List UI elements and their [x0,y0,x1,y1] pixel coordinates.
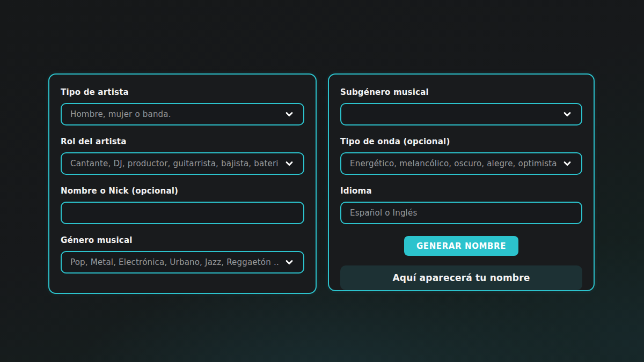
music-genre-label: Género musical [61,235,304,245]
artist-role-select[interactable]: Cantante, DJ, productor, guitarrista, ba… [61,152,304,175]
chevron-down-icon [284,257,295,268]
artist-role-placeholder: Cantante, DJ, productor, guitarrista, ba… [70,159,279,168]
language-input[interactable] [350,203,573,223]
chevron-down-icon [284,158,295,169]
generate-name-button[interactable]: GENERAR NOMBRE [404,236,518,256]
language-label: Idioma [340,186,582,196]
artist-type-select[interactable]: Hombre, mujer o banda. [61,103,304,125]
music-genre-placeholder: Pop, Metal, Electrónica, Urbano, Jazz, R… [70,257,279,267]
chevron-down-icon [562,158,573,169]
music-subgenre-label: Subgénero musical [340,87,582,97]
vibe-type-label: Tipo de onda (opcional) [340,137,582,146]
generator-panel: Subgénero musical Tipo de onda (opcional… [328,73,595,291]
artist-role-label: Rol del artista [61,137,304,146]
artist-type-placeholder: Hombre, mujer o banda. [70,109,279,119]
generate-button-row: GENERAR NOMBRE [340,236,582,256]
music-subgenre-select[interactable] [340,103,582,125]
name-nick-label: Nombre o Nick (opcional) [61,186,304,196]
artist-info-panel: Tipo de artista Hombre, mujer o banda. R… [48,73,317,294]
vibe-type-select[interactable]: Energético, melancólico, oscuro, alegre,… [340,152,582,175]
language-field-wrap [340,202,582,224]
chevron-down-icon [284,109,295,120]
name-nick-field-wrap [61,202,304,224]
chevron-down-icon [562,109,573,120]
artist-type-label: Tipo de artista [61,87,304,97]
vibe-type-placeholder: Energético, melancólico, oscuro, alegre,… [350,159,557,168]
generated-name-result: Aquí aparecerá tu nombre [340,265,582,290]
name-nick-input[interactable] [70,203,295,223]
music-genre-select[interactable]: Pop, Metal, Electrónica, Urbano, Jazz, R… [61,251,304,274]
form-panels: Tipo de artista Hombre, mujer o banda. R… [48,73,595,294]
